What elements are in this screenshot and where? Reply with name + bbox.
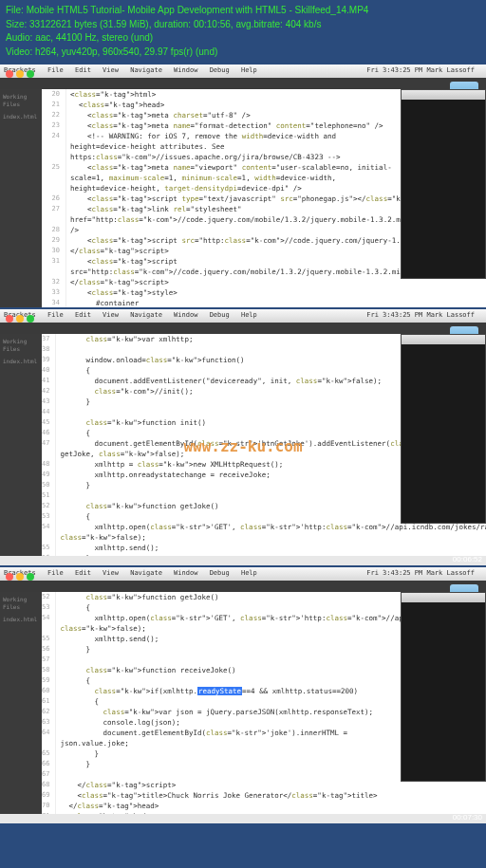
- menu-navigate[interactable]: Navigate: [130, 569, 162, 577]
- line-gutter: 2021222324252627282930313233343536373839…: [42, 89, 66, 307]
- menu-view[interactable]: View: [103, 311, 119, 319]
- sidebar-file[interactable]: index.html: [3, 616, 39, 623]
- menu-edit[interactable]: Edit: [75, 569, 91, 577]
- zoom-icon[interactable]: [27, 70, 34, 78]
- menu-file[interactable]: File: [47, 311, 64, 319]
- minimize-icon[interactable]: [16, 573, 24, 581]
- media-info-header: File: Mobile HTML5 Tutorial- Mobile App …: [0, 0, 486, 63]
- terminal-output: [402, 344, 485, 350]
- menubar-right[interactable]: Fri 3:43:25 PM Mark Lassoff: [366, 311, 475, 319]
- sidebar[interactable]: Working Files index.html: [0, 89, 42, 307]
- editor-tabbar[interactable]: [0, 78, 486, 89]
- menubar-right[interactable]: Fri 3:43:25 PM Mark Lassoff: [366, 66, 475, 74]
- line-gutter: 5253545556575859606162636465666768697071…: [42, 592, 56, 814]
- mac-menubar[interactable]: Brackets File Edit View Navigate Window …: [0, 567, 486, 581]
- editor-tabbar[interactable]: [0, 581, 486, 592]
- line-gutter: 3738394041424344454647484950515253545556…: [42, 334, 56, 556]
- menu-help[interactable]: Help: [241, 66, 257, 74]
- close-icon[interactable]: [6, 573, 13, 581]
- terminal-output: [402, 100, 485, 105]
- terminal-window[interactable]: [401, 334, 486, 524]
- menu-navigate[interactable]: Navigate: [130, 311, 162, 319]
- menubar-right[interactable]: Fri 3:43:25 PM Mark Lassoff: [366, 569, 475, 577]
- menu-window[interactable]: Window: [174, 311, 197, 319]
- file-line: File: Mobile HTML5 Tutorial- Mobile App …: [6, 4, 480, 17]
- video-watermark: learntoprogram .tv: [410, 803, 482, 810]
- editor-statusbar: [0, 814, 486, 823]
- menu-file[interactable]: File: [47, 66, 64, 74]
- terminal-window[interactable]: [401, 89, 486, 279]
- window-controls[interactable]: [6, 315, 37, 324]
- close-icon[interactable]: [6, 70, 13, 78]
- sidebar-file[interactable]: index.html: [3, 113, 39, 120]
- terminal-titlebar[interactable]: [402, 593, 485, 602]
- video-timestamp: 00:07:30: [453, 813, 482, 822]
- mac-menubar[interactable]: Brackets File Edit View Navigate Window …: [0, 65, 486, 78]
- mac-menubar[interactable]: Brackets File Edit View Navigate Window …: [0, 309, 486, 323]
- menu-window[interactable]: Window: [174, 569, 197, 577]
- terminal-titlebar[interactable]: [402, 90, 485, 100]
- window-controls[interactable]: [6, 573, 37, 582]
- menu-navigate[interactable]: Navigate: [130, 66, 162, 74]
- close-icon[interactable]: [6, 315, 13, 323]
- menu-edit[interactable]: Edit: [75, 66, 91, 74]
- audio-line: Audio: aac, 44100 Hz, stereo (und): [6, 31, 480, 45]
- menu-help[interactable]: Help: [241, 311, 257, 319]
- menu-debug[interactable]: Debug: [210, 569, 230, 577]
- minimize-icon[interactable]: [16, 315, 24, 323]
- size-line: Size: 33122621 bytes (31.59 MiB), durati…: [6, 18, 480, 31]
- video-watermark: learntoprogram .tv: [410, 545, 482, 552]
- sidebar[interactable]: Working Files index.html: [0, 592, 42, 814]
- video-line: Video: h264, yuv420p, 960x540, 29.97 fps…: [6, 46, 480, 59]
- menu-view[interactable]: View: [103, 66, 119, 74]
- window-controls[interactable]: [6, 70, 37, 80]
- sidebar-working-files[interactable]: Working Files: [3, 338, 39, 354]
- menu-file[interactable]: File: [47, 569, 64, 577]
- menu-edit[interactable]: Edit: [75, 311, 91, 319]
- zoom-icon[interactable]: [27, 573, 34, 581]
- sidebar[interactable]: Working Files index.html: [0, 334, 42, 556]
- terminal-window[interactable]: [401, 592, 486, 782]
- video-timestamp: 00:03:28: [453, 297, 482, 305]
- menu-debug[interactable]: Debug: [210, 66, 230, 74]
- screenshot-panel-2: Brackets File Edit View Navigate Window …: [0, 309, 486, 565]
- menu-help[interactable]: Help: [241, 569, 257, 577]
- menu-window[interactable]: Window: [174, 66, 197, 74]
- sidebar-file[interactable]: index.html: [3, 358, 39, 365]
- editor-statusbar: [0, 556, 486, 565]
- zoom-icon[interactable]: [27, 315, 34, 323]
- video-watermark: learntoprogram .tv: [410, 286, 482, 294]
- menu-debug[interactable]: Debug: [210, 311, 230, 319]
- sidebar-working-files[interactable]: Working Files: [3, 93, 39, 109]
- sidebar-working-files[interactable]: Working Files: [3, 596, 39, 612]
- editor-tabbar[interactable]: [0, 323, 486, 334]
- terminal-titlebar[interactable]: [402, 335, 485, 344]
- menu-view[interactable]: View: [103, 569, 119, 577]
- minimize-icon[interactable]: [16, 70, 24, 78]
- terminal-output: [402, 602, 485, 608]
- screenshot-panel-3: Brackets File Edit View Navigate Window …: [0, 567, 486, 823]
- screenshot-panel-1: Brackets File Edit View Navigate Window …: [0, 65, 486, 307]
- video-timestamp: 00:06:52: [453, 555, 482, 563]
